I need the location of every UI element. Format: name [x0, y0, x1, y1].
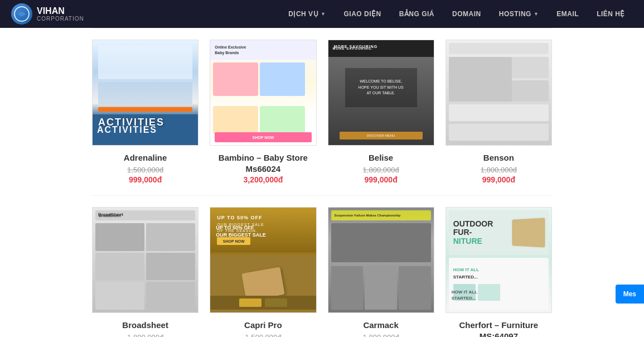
- product-grid-row1: ACTIVITIES Adrenaline 1,500,000đ 999,000…: [92, 28, 552, 195]
- nav-menu: DỊCH VỤ ▼ GIAO DIỆN BẢNG GIÁ DOMAIN HOST…: [280, 7, 633, 21]
- navbar: VIHAN CORPORATION DỊCH VỤ ▼ GIAO DIỆN BẢ…: [0, 0, 644, 28]
- product-title-broadsheet: Broadsheet: [122, 320, 168, 331]
- product-title-capri: Capri Pro: [244, 320, 282, 331]
- price-original-belise: 1,800,000đ: [363, 166, 399, 174]
- price-original-broadsheet: 1,800,000đ: [127, 333, 163, 338]
- product-card-adrenaline[interactable]: ACTIVITIES Adrenaline 1,500,000đ 999,000…: [92, 40, 198, 184]
- price-sale-benson: 999,000đ: [482, 175, 515, 184]
- product-image-bambino: Online ExclusiveBaby Brands SHOP NOW: [210, 40, 316, 146]
- nav-item-hosting[interactable]: HOSTING ▼: [491, 7, 547, 21]
- product-image-adrenaline: ACTIVITIES: [92, 40, 198, 146]
- product-card-cherfort[interactable]: OUTDOOR FUR- NITURE HOW IT ALL STARTED..…: [446, 207, 552, 337]
- product-image-cherfort: OUTDOOR FUR- NITURE HOW IT ALL STARTED..…: [446, 207, 552, 313]
- logo-icon: [11, 3, 32, 25]
- price-original-capri: 1,500,000đ: [245, 333, 281, 338]
- price-sale-belise: 999,000đ: [365, 175, 398, 184]
- nav-item-giaodien[interactable]: GIAO DIỆN: [336, 7, 389, 21]
- product-image-broadsheet: BroadSheet: [92, 207, 198, 313]
- price-original-adrenaline: 1,500,000đ: [127, 166, 163, 174]
- nav-item-email[interactable]: EMAIL: [549, 7, 587, 21]
- messenger-button[interactable]: Mes: [616, 285, 644, 304]
- product-grid-row2: BroadSheet Broadsheet 1,800,000đ 999,000…: [92, 195, 552, 337]
- product-title-carmack: Carmack: [363, 320, 398, 331]
- product-card-broadsheet[interactable]: BroadSheet Broadsheet 1,800,000đ 999,000…: [92, 207, 198, 337]
- product-title-cherfort: Cherfort – Furniture MS:64097: [446, 320, 552, 337]
- product-card-carmack[interactable]: Suspension Failure Makes Championship Ca…: [328, 207, 434, 337]
- product-image-carmack: Suspension Failure Makes Championship: [328, 207, 434, 313]
- chevron-down-icon-hosting: ▼: [534, 11, 539, 17]
- product-card-capri[interactable]: UP TO 50% OFF OUR BIGGEST SALE OF THE SE…: [210, 207, 316, 337]
- price-original-benson: 1,800,000đ: [481, 166, 517, 174]
- price-original-carmack: 1,800,000đ: [363, 333, 399, 338]
- main-content: ACTIVITIES Adrenaline 1,500,000đ 999,000…: [0, 28, 644, 337]
- nav-item-lienhe[interactable]: LIÊN HỆ: [589, 7, 633, 21]
- product-card-belise[interactable]: MORE SAVOURING. WELCOME TO BELISE,HOPE Y…: [328, 40, 434, 184]
- price-sale-bambino: 3,200,000đ: [243, 175, 283, 184]
- product-image-benson: [446, 40, 552, 146]
- nav-item-domain[interactable]: DOMAIN: [444, 7, 489, 21]
- logo-name: VIHAN CORPORATION: [37, 6, 84, 22]
- product-image-belise: MORE SAVOURING. WELCOME TO BELISE,HOPE Y…: [328, 40, 434, 146]
- chevron-down-icon: ▼: [321, 11, 326, 17]
- product-card-benson[interactable]: Benson 1,800,000đ 999,000đ: [446, 40, 552, 184]
- product-title-benson: Benson: [483, 152, 514, 163]
- nav-item-banggia[interactable]: BẢNG GIÁ: [391, 7, 442, 21]
- product-title-bambino: Bambino – Baby Store Ms66024: [210, 152, 316, 174]
- product-card-bambino[interactable]: Online ExclusiveBaby Brands SHOP NOW Bam…: [210, 40, 316, 184]
- product-title-adrenaline: Adrenaline: [124, 152, 167, 163]
- product-image-capri: UP TO 50% OFF OUR BIGGEST SALE OF THE SE…: [210, 207, 316, 313]
- price-sale-adrenaline: 999,000đ: [129, 175, 162, 184]
- product-title-belise: Belise: [369, 152, 393, 163]
- nav-item-dichvu[interactable]: DỊCH VỤ ▼: [280, 7, 333, 21]
- logo[interactable]: VIHAN CORPORATION: [11, 3, 84, 25]
